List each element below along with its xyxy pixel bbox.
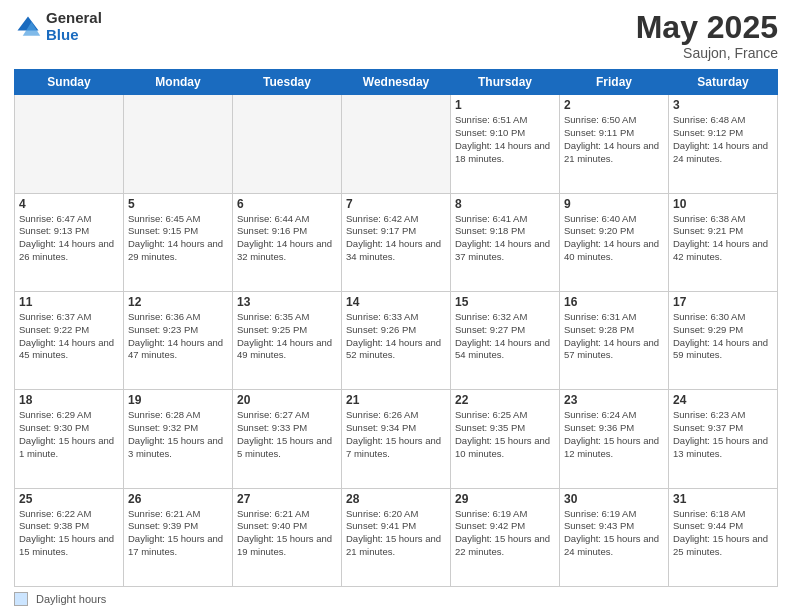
- day-info: Sunrise: 6:23 AM Sunset: 9:37 PM Dayligh…: [673, 409, 773, 460]
- day-info: Sunrise: 6:25 AM Sunset: 9:35 PM Dayligh…: [455, 409, 555, 460]
- day-info: Sunrise: 6:28 AM Sunset: 9:32 PM Dayligh…: [128, 409, 228, 460]
- calendar-cell: 1Sunrise: 6:51 AM Sunset: 9:10 PM Daylig…: [451, 95, 560, 193]
- day-info: Sunrise: 6:50 AM Sunset: 9:11 PM Dayligh…: [564, 114, 664, 165]
- legend-box: [14, 592, 28, 606]
- calendar-cell: 26Sunrise: 6:21 AM Sunset: 9:39 PM Dayli…: [124, 488, 233, 586]
- title-block: May 2025 Saujon, France: [636, 10, 778, 61]
- day-info: Sunrise: 6:38 AM Sunset: 9:21 PM Dayligh…: [673, 213, 773, 264]
- day-info: Sunrise: 6:18 AM Sunset: 9:44 PM Dayligh…: [673, 508, 773, 559]
- day-number: 14: [346, 295, 446, 309]
- calendar-day-header: Saturday: [669, 70, 778, 95]
- day-info: Sunrise: 6:48 AM Sunset: 9:12 PM Dayligh…: [673, 114, 773, 165]
- calendar-cell: 11Sunrise: 6:37 AM Sunset: 9:22 PM Dayli…: [15, 291, 124, 389]
- day-number: 15: [455, 295, 555, 309]
- calendar-cell: [342, 95, 451, 193]
- calendar-day-header: Thursday: [451, 70, 560, 95]
- day-number: 27: [237, 492, 337, 506]
- calendar-cell: 7Sunrise: 6:42 AM Sunset: 9:17 PM Daylig…: [342, 193, 451, 291]
- day-number: 16: [564, 295, 664, 309]
- calendar-cell: 27Sunrise: 6:21 AM Sunset: 9:40 PM Dayli…: [233, 488, 342, 586]
- day-info: Sunrise: 6:32 AM Sunset: 9:27 PM Dayligh…: [455, 311, 555, 362]
- page: General Blue May 2025 Saujon, France Sun…: [0, 0, 792, 612]
- calendar-day-header: Friday: [560, 70, 669, 95]
- day-info: Sunrise: 6:21 AM Sunset: 9:39 PM Dayligh…: [128, 508, 228, 559]
- day-number: 8: [455, 197, 555, 211]
- day-number: 9: [564, 197, 664, 211]
- calendar-cell: 17Sunrise: 6:30 AM Sunset: 9:29 PM Dayli…: [669, 291, 778, 389]
- day-info: Sunrise: 6:35 AM Sunset: 9:25 PM Dayligh…: [237, 311, 337, 362]
- day-info: Sunrise: 6:44 AM Sunset: 9:16 PM Dayligh…: [237, 213, 337, 264]
- calendar-cell: 14Sunrise: 6:33 AM Sunset: 9:26 PM Dayli…: [342, 291, 451, 389]
- calendar-cell: 19Sunrise: 6:28 AM Sunset: 9:32 PM Dayli…: [124, 390, 233, 488]
- logo-blue-label: Blue: [46, 27, 102, 44]
- calendar-cell: 22Sunrise: 6:25 AM Sunset: 9:35 PM Dayli…: [451, 390, 560, 488]
- day-info: Sunrise: 6:27 AM Sunset: 9:33 PM Dayligh…: [237, 409, 337, 460]
- day-number: 12: [128, 295, 228, 309]
- day-number: 24: [673, 393, 773, 407]
- day-number: 28: [346, 492, 446, 506]
- day-number: 11: [19, 295, 119, 309]
- logo-general-label: General: [46, 10, 102, 27]
- calendar-cell: 30Sunrise: 6:19 AM Sunset: 9:43 PM Dayli…: [560, 488, 669, 586]
- day-number: 21: [346, 393, 446, 407]
- calendar-location: Saujon, France: [636, 45, 778, 61]
- day-number: 26: [128, 492, 228, 506]
- calendar-cell: 6Sunrise: 6:44 AM Sunset: 9:16 PM Daylig…: [233, 193, 342, 291]
- day-info: Sunrise: 6:19 AM Sunset: 9:43 PM Dayligh…: [564, 508, 664, 559]
- calendar-cell: 16Sunrise: 6:31 AM Sunset: 9:28 PM Dayli…: [560, 291, 669, 389]
- day-number: 25: [19, 492, 119, 506]
- day-number: 22: [455, 393, 555, 407]
- calendar-cell: 13Sunrise: 6:35 AM Sunset: 9:25 PM Dayli…: [233, 291, 342, 389]
- day-info: Sunrise: 6:24 AM Sunset: 9:36 PM Dayligh…: [564, 409, 664, 460]
- day-number: 29: [455, 492, 555, 506]
- logo-icon: [14, 13, 42, 41]
- day-number: 1: [455, 98, 555, 112]
- day-number: 20: [237, 393, 337, 407]
- day-info: Sunrise: 6:51 AM Sunset: 9:10 PM Dayligh…: [455, 114, 555, 165]
- calendar-cell: 24Sunrise: 6:23 AM Sunset: 9:37 PM Dayli…: [669, 390, 778, 488]
- calendar-cell: 9Sunrise: 6:40 AM Sunset: 9:20 PM Daylig…: [560, 193, 669, 291]
- calendar-cell: 29Sunrise: 6:19 AM Sunset: 9:42 PM Dayli…: [451, 488, 560, 586]
- calendar-day-header: Tuesday: [233, 70, 342, 95]
- calendar-title: May 2025: [636, 10, 778, 45]
- day-number: 4: [19, 197, 119, 211]
- day-number: 10: [673, 197, 773, 211]
- calendar-cell: [124, 95, 233, 193]
- calendar-cell: 20Sunrise: 6:27 AM Sunset: 9:33 PM Dayli…: [233, 390, 342, 488]
- day-info: Sunrise: 6:20 AM Sunset: 9:41 PM Dayligh…: [346, 508, 446, 559]
- calendar-week-row: 1Sunrise: 6:51 AM Sunset: 9:10 PM Daylig…: [15, 95, 778, 193]
- day-info: Sunrise: 6:26 AM Sunset: 9:34 PM Dayligh…: [346, 409, 446, 460]
- calendar-week-row: 18Sunrise: 6:29 AM Sunset: 9:30 PM Dayli…: [15, 390, 778, 488]
- day-info: Sunrise: 6:45 AM Sunset: 9:15 PM Dayligh…: [128, 213, 228, 264]
- calendar-cell: 8Sunrise: 6:41 AM Sunset: 9:18 PM Daylig…: [451, 193, 560, 291]
- calendar-header-row: SundayMondayTuesdayWednesdayThursdayFrid…: [15, 70, 778, 95]
- day-number: 7: [346, 197, 446, 211]
- day-number: 19: [128, 393, 228, 407]
- day-info: Sunrise: 6:21 AM Sunset: 9:40 PM Dayligh…: [237, 508, 337, 559]
- day-info: Sunrise: 6:19 AM Sunset: 9:42 PM Dayligh…: [455, 508, 555, 559]
- calendar-cell: 5Sunrise: 6:45 AM Sunset: 9:15 PM Daylig…: [124, 193, 233, 291]
- header: General Blue May 2025 Saujon, France: [14, 10, 778, 61]
- legend-label: Daylight hours: [36, 593, 106, 605]
- day-number: 13: [237, 295, 337, 309]
- day-number: 31: [673, 492, 773, 506]
- day-info: Sunrise: 6:40 AM Sunset: 9:20 PM Dayligh…: [564, 213, 664, 264]
- day-info: Sunrise: 6:31 AM Sunset: 9:28 PM Dayligh…: [564, 311, 664, 362]
- calendar-week-row: 4Sunrise: 6:47 AM Sunset: 9:13 PM Daylig…: [15, 193, 778, 291]
- calendar-cell: 10Sunrise: 6:38 AM Sunset: 9:21 PM Dayli…: [669, 193, 778, 291]
- day-info: Sunrise: 6:42 AM Sunset: 9:17 PM Dayligh…: [346, 213, 446, 264]
- day-info: Sunrise: 6:29 AM Sunset: 9:30 PM Dayligh…: [19, 409, 119, 460]
- footer: Daylight hours: [14, 592, 778, 606]
- calendar-cell: 31Sunrise: 6:18 AM Sunset: 9:44 PM Dayli…: [669, 488, 778, 586]
- calendar-cell: 28Sunrise: 6:20 AM Sunset: 9:41 PM Dayli…: [342, 488, 451, 586]
- logo: General Blue: [14, 10, 102, 43]
- calendar-day-header: Wednesday: [342, 70, 451, 95]
- day-info: Sunrise: 6:41 AM Sunset: 9:18 PM Dayligh…: [455, 213, 555, 264]
- day-number: 18: [19, 393, 119, 407]
- day-info: Sunrise: 6:33 AM Sunset: 9:26 PM Dayligh…: [346, 311, 446, 362]
- day-info: Sunrise: 6:30 AM Sunset: 9:29 PM Dayligh…: [673, 311, 773, 362]
- calendar-cell: 23Sunrise: 6:24 AM Sunset: 9:36 PM Dayli…: [560, 390, 669, 488]
- calendar-cell: 3Sunrise: 6:48 AM Sunset: 9:12 PM Daylig…: [669, 95, 778, 193]
- calendar-cell: 21Sunrise: 6:26 AM Sunset: 9:34 PM Dayli…: [342, 390, 451, 488]
- day-number: 5: [128, 197, 228, 211]
